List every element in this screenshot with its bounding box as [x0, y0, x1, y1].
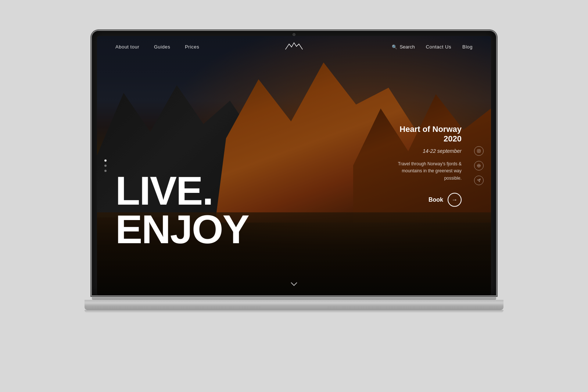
laptop-base [85, 300, 503, 310]
book-button[interactable]: Book → [429, 193, 462, 207]
camera-notch [293, 33, 295, 36]
hero-line2: ENJOY [115, 210, 249, 249]
nav-left: About tour Guides Prices [115, 44, 199, 50]
book-arrow-icon: → [448, 193, 462, 207]
hero-line1: LIVE. [115, 172, 249, 210]
screen-content: About tour Guides Prices 🔍 Search Contac… [97, 36, 491, 295]
nav-right: 🔍 Search Contact Us Blog [392, 44, 473, 50]
hero-content: LIVE. ENJOY [115, 172, 249, 248]
nav-search-label: Search [399, 44, 415, 50]
laptop-hinge [92, 295, 496, 300]
svg-point-4 [478, 165, 479, 166]
tour-title: Heart of Norway 2020 [388, 124, 462, 144]
hero-title: LIVE. ENJOY [115, 172, 249, 248]
nav-logo[interactable] [285, 42, 303, 52]
main-nav: About tour Guides Prices 🔍 Search Contac… [97, 36, 491, 58]
slide-indicators [104, 159, 107, 172]
nav-contact[interactable]: Contact Us [426, 44, 451, 50]
tour-description: Travel through Norway's fjords & mountai… [388, 161, 462, 182]
svg-point-2 [480, 150, 480, 150]
send-icon[interactable] [474, 176, 484, 185]
nav-blog[interactable]: Blog [462, 44, 473, 50]
nav-guides[interactable]: Guides [154, 44, 170, 50]
nav-about-tour[interactable]: About tour [115, 44, 139, 50]
svg-rect-0 [477, 149, 480, 152]
social-icons [474, 146, 484, 185]
slide-dot-1[interactable] [104, 159, 107, 162]
instagram-icon[interactable] [474, 146, 484, 156]
laptop-mockup: About tour Guides Prices 🔍 Search Contac… [85, 31, 503, 362]
email-icon[interactable] [474, 161, 484, 170]
scroll-down-indicator[interactable] [290, 280, 298, 288]
slide-dot-2[interactable] [104, 165, 107, 167]
tour-info-panel: Heart of Norway 2020 14-22 september Tra… [388, 124, 462, 206]
book-label: Book [429, 197, 443, 203]
laptop-base-shadow [85, 310, 503, 313]
tour-dates: 14-22 september [388, 148, 462, 154]
search-icon: 🔍 [392, 44, 397, 50]
nav-search[interactable]: 🔍 Search [392, 44, 415, 50]
laptop-screen: About tour Guides Prices 🔍 Search Contac… [92, 31, 496, 295]
nav-prices[interactable]: Prices [185, 44, 199, 50]
slide-dot-3[interactable] [104, 170, 107, 172]
svg-point-1 [478, 150, 479, 151]
